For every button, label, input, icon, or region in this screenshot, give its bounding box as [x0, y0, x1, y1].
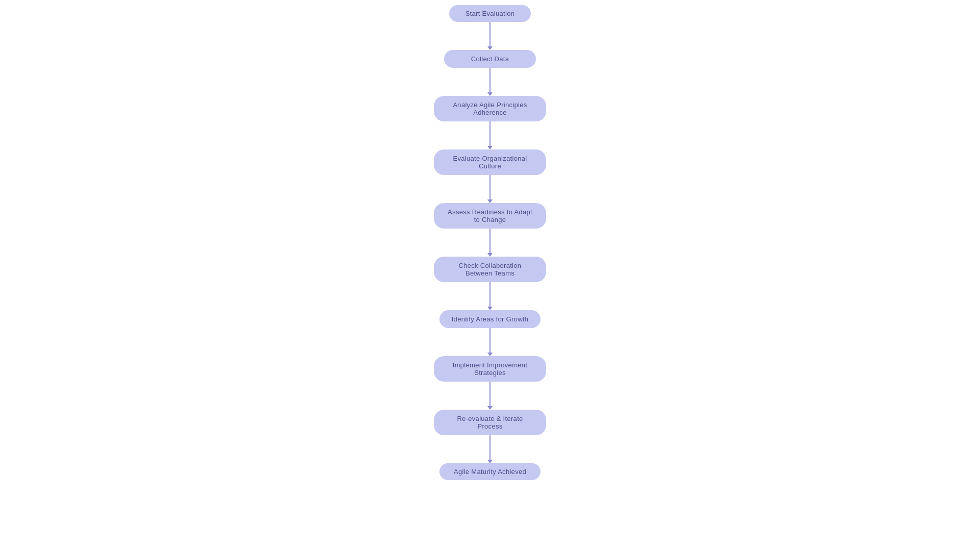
connector-1: [487, 22, 493, 50]
connector-line: [489, 175, 491, 199]
connector-line: [489, 282, 491, 307]
node-start-evaluation: Start Evaluation: [449, 5, 531, 22]
connector-arrow: [487, 199, 493, 203]
node-reevaluate: Re-evaluate & Iterate Process: [434, 410, 546, 435]
connector-line: [489, 121, 491, 146]
node-collect-data: Collect Data: [444, 50, 536, 68]
connector-2: [487, 68, 493, 96]
node-assess-readiness: Assess Readiness to Adapt to Change: [434, 203, 546, 229]
connector-3: [487, 121, 493, 149]
connector-line: [489, 229, 491, 253]
connector-arrow: [487, 307, 493, 310]
node-identify-areas: Identify Areas for Growth: [439, 310, 541, 328]
connector-arrow: [487, 253, 493, 257]
connector-arrow: [487, 406, 493, 410]
connector-5: [487, 229, 493, 257]
connector-arrow: [487, 353, 493, 356]
node-agile-maturity: Agile Maturity Achieved: [439, 463, 541, 480]
connector-line: [489, 435, 491, 460]
connector-line: [489, 68, 491, 92]
connector-6: [487, 282, 493, 310]
flowchart-container: Start Evaluation Collect Data Analyze Ag…: [388, 0, 592, 480]
node-evaluate-culture: Evaluate Organizational Culture: [434, 149, 546, 175]
connector-line: [489, 382, 491, 406]
connector-8: [487, 382, 493, 410]
connector-arrow: [487, 92, 493, 96]
connector-arrow: [487, 460, 493, 463]
connector-line: [489, 22, 491, 46]
node-check-collaboration: Check Collaboration Between Teams: [434, 257, 546, 282]
connector-7: [487, 328, 493, 356]
connector-9: [487, 435, 493, 463]
connector-arrow: [487, 146, 493, 149]
connector-4: [487, 175, 493, 203]
connector-arrow: [487, 46, 493, 50]
connector-line: [489, 328, 491, 353]
node-implement-strategies: Implement Improvement Strategies: [434, 356, 546, 382]
node-analyze-agile: Analyze Agile Principles Adherence: [434, 96, 546, 121]
